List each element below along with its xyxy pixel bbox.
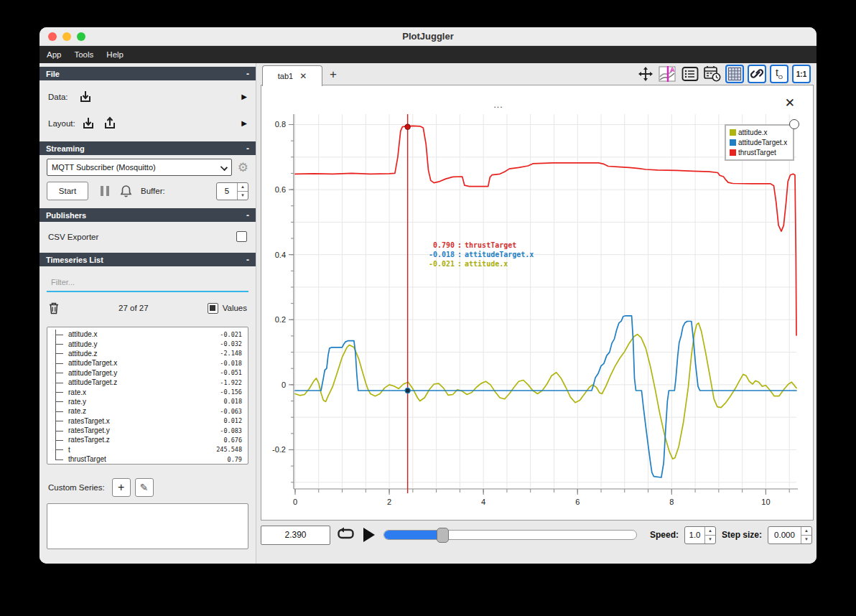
menu-app[interactable]: App bbox=[47, 50, 61, 59]
custom-series-list[interactable] bbox=[47, 503, 248, 549]
layout-menu-arrow-icon[interactable]: ▶ bbox=[241, 119, 247, 127]
edit-custom-series-button[interactable]: ✎ bbox=[135, 478, 154, 497]
grid-layout-icon[interactable] bbox=[725, 65, 744, 83]
link-axes-icon[interactable] bbox=[748, 65, 766, 83]
pan-arrows-icon[interactable] bbox=[636, 65, 655, 83]
maximize-window-button[interactable] bbox=[77, 32, 85, 41]
streaming-collapse-icon[interactable]: - bbox=[246, 144, 249, 154]
load-layout-icon[interactable] bbox=[81, 116, 96, 131]
timeseries-row[interactable]: attitudeTarget.x-0.018 bbox=[47, 358, 248, 368]
timeseries-value: -0.032 bbox=[220, 340, 242, 347]
legend-label: thrustTarget bbox=[738, 149, 776, 157]
step-up-icon[interactable]: ▲ bbox=[801, 527, 811, 536]
timeseries-row[interactable]: attitudeTarget.y-0.051 bbox=[47, 368, 248, 378]
plot-legend[interactable]: attitude.xattitudeTarget.xthrustTarget bbox=[725, 124, 794, 161]
slider-handle[interactable] bbox=[437, 528, 449, 543]
svg-text:0.6: 0.6 bbox=[275, 185, 286, 194]
streaming-section-header[interactable]: Streaming - bbox=[39, 141, 256, 155]
title-bar[interactable]: PlotJuggler bbox=[39, 27, 817, 46]
speed-up-icon[interactable]: ▲ bbox=[705, 527, 715, 536]
data-menu-arrow-icon[interactable]: ▶ bbox=[241, 93, 247, 101]
csv-exporter-label: CSV Exporter bbox=[48, 233, 98, 241]
time-offset-icon[interactable]: tO bbox=[770, 65, 788, 83]
add-tab-button[interactable]: + bbox=[330, 67, 337, 82]
publishers-collapse-icon[interactable]: - bbox=[246, 210, 249, 220]
delete-trash-icon[interactable] bbox=[48, 302, 60, 314]
minimize-window-button[interactable] bbox=[62, 32, 71, 41]
csv-exporter-checkbox[interactable] bbox=[236, 231, 247, 242]
timeseries-section-header[interactable]: Timeseries List - bbox=[39, 253, 256, 266]
step-size-spinbox[interactable]: 0.000 ▲▼ bbox=[768, 526, 812, 544]
pause-icon[interactable] bbox=[100, 185, 110, 197]
notifications-bell-icon[interactable] bbox=[120, 185, 132, 197]
streaming-source-select[interactable]: MQTT Subscriber (Mosquitto) bbox=[47, 159, 232, 176]
timeseries-value: -0.018 bbox=[220, 360, 242, 367]
timeseries-row[interactable]: ratesTarget.z0.676 bbox=[47, 435, 248, 444]
speed-down-icon[interactable]: ▼ bbox=[705, 536, 715, 543]
window-title: PlotJuggler bbox=[402, 31, 454, 42]
legend-entry[interactable]: attitudeTarget.x bbox=[730, 139, 787, 146]
datetime-icon[interactable] bbox=[703, 65, 722, 83]
timeseries-row[interactable]: rate.x-0.156 bbox=[47, 387, 248, 396]
timeseries-row[interactable]: attitudeTarget.z-1.922 bbox=[47, 378, 248, 387]
legend-entry[interactable]: thrustTarget bbox=[730, 149, 787, 157]
timeseries-collapse-icon[interactable]: - bbox=[246, 255, 249, 265]
timeseries-name: ratesTarget.y bbox=[68, 426, 220, 434]
timeseries-row[interactable]: attitude.x-0.021 bbox=[47, 330, 248, 339]
data-label: Data: bbox=[48, 93, 68, 101]
play-button[interactable] bbox=[363, 528, 375, 542]
tab-close-icon[interactable]: ✕ bbox=[299, 71, 307, 81]
timeseries-row[interactable]: ratesTarget.y-0.083 bbox=[47, 426, 248, 435]
plot-widget[interactable]: 0.80.60.40.20-0.20246810 ... ✕ attitude.… bbox=[261, 85, 814, 521]
add-custom-series-button[interactable]: + bbox=[112, 478, 131, 497]
buffer-spinbox[interactable]: 5 ▲▼ bbox=[216, 182, 248, 200]
tree-branch-icon bbox=[52, 416, 66, 426]
start-button[interactable]: Start bbox=[47, 182, 88, 200]
buffer-down-icon[interactable]: ▼ bbox=[238, 192, 248, 200]
timeseries-name: attitudeTarget.y bbox=[68, 369, 220, 377]
tracker-cursor-icon[interactable]: A bbox=[659, 65, 677, 83]
load-data-icon[interactable] bbox=[78, 90, 93, 104]
timeseries-row[interactable]: attitude.z-2.148 bbox=[47, 349, 248, 358]
streaming-settings-gear-icon[interactable]: ⚙ bbox=[238, 160, 248, 175]
ratio-1-1-icon[interactable]: 1:1 bbox=[792, 65, 811, 83]
menu-help[interactable]: Help bbox=[106, 50, 124, 59]
tree-branch-icon bbox=[52, 349, 66, 358]
legend-label: attitudeTarget.x bbox=[738, 139, 787, 146]
buffer-up-icon[interactable]: ▲ bbox=[238, 183, 248, 192]
timeseries-value: -1.922 bbox=[220, 379, 242, 386]
custom-series-row: Custom Series: + ✎ bbox=[39, 473, 256, 502]
step-down-icon[interactable]: ▼ bbox=[801, 536, 811, 543]
menu-tools[interactable]: Tools bbox=[74, 50, 93, 59]
file-section-header[interactable]: File - bbox=[39, 67, 256, 80]
legend-entry[interactable]: attitude.x bbox=[730, 129, 787, 136]
file-collapse-icon[interactable]: - bbox=[246, 69, 249, 79]
timeseries-row[interactable]: rate.z-0.063 bbox=[47, 406, 248, 416]
current-time-field[interactable]: 2.390 bbox=[261, 526, 330, 545]
publishers-section-header[interactable]: Publishers - bbox=[39, 208, 256, 222]
tab-bar: tab1 ✕ + A bbox=[256, 63, 817, 85]
buffer-value: 5 bbox=[217, 183, 237, 200]
timeline-slider[interactable] bbox=[383, 530, 637, 540]
layout-row: Layout: ▶ bbox=[39, 110, 256, 136]
list-view-icon[interactable] bbox=[681, 65, 699, 83]
timeseries-row[interactable]: ratesTarget.x0.012 bbox=[47, 416, 248, 426]
save-layout-icon[interactable] bbox=[103, 116, 117, 131]
speed-spinbox[interactable]: 1.0 ▲▼ bbox=[684, 526, 716, 544]
legend-label: attitude.x bbox=[738, 129, 768, 136]
plot-close-icon[interactable]: ✕ bbox=[785, 97, 795, 109]
timeseries-row[interactable]: t245.548 bbox=[47, 445, 248, 454]
filter-input[interactable] bbox=[51, 278, 244, 286]
loop-icon[interactable] bbox=[336, 527, 355, 543]
timeseries-row[interactable]: attitude.y-0.032 bbox=[47, 339, 248, 348]
close-window-button[interactable] bbox=[48, 32, 57, 41]
timeseries-row[interactable]: rate.y0.018 bbox=[47, 397, 248, 406]
tree-branch-icon bbox=[52, 435, 66, 444]
screen: PlotJuggler App Tools Help File - Data: bbox=[0, 0, 856, 616]
values-checkbox[interactable] bbox=[208, 303, 218, 314]
legend-swatch-icon bbox=[730, 139, 736, 146]
timeseries-row[interactable]: thrustTarget0.79 bbox=[47, 454, 248, 464]
svg-text:-0.2: -0.2 bbox=[272, 445, 286, 454]
timeseries-name: rate.z bbox=[68, 407, 220, 415]
tab-tab1[interactable]: tab1 ✕ bbox=[262, 65, 322, 86]
